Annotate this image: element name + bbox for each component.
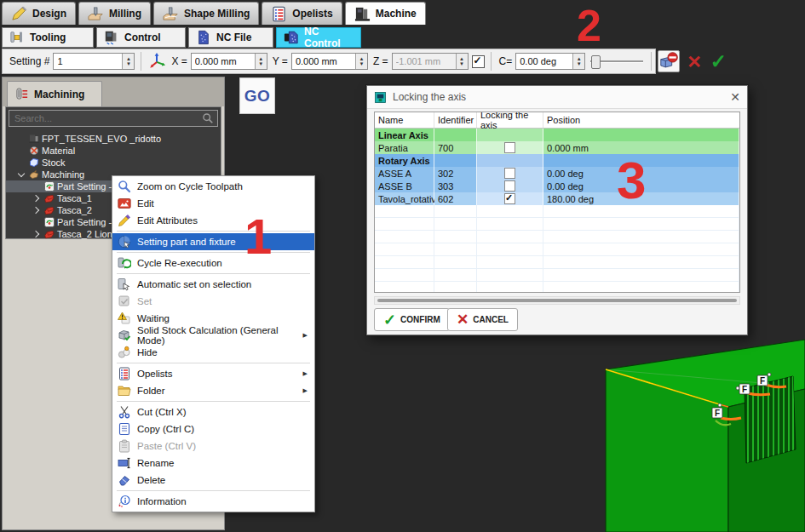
reject-button[interactable]: ✕ [687,53,702,71]
y-spinner[interactable]: ▲▼ [291,53,368,70]
menu-item-delete[interactable]: Delete [112,472,314,489]
menu-item-label: Cycle Re-execution [137,258,222,268]
tree-item-fpt-tessen-evo-ridotto[interactable]: FPT_TESSEN_EVO _ridotto [6,133,221,145]
y-input[interactable] [292,54,355,69]
tab-label: Milling [109,8,141,20]
z-lock-checkbox[interactable] [472,55,485,68]
menu-item-edit-attributes[interactable]: Edit Attributes [112,212,314,229]
menu-item-label: Information [137,496,187,506]
toolbar-separator [491,52,492,71]
tab-label: Design [32,8,66,20]
tab-design[interactable]: Design [2,2,76,25]
tree-item-stock[interactable]: Stock [6,157,221,169]
solid-stock-icon [118,329,131,342]
tab-shape-milling[interactable]: Shape Milling [153,2,259,25]
tab-nc-file[interactable]: NC File [188,27,273,48]
menu-item-setting-part-and-fixture[interactable]: Setting part and fixture [112,233,314,250]
tab-opelists[interactable]: Opelists [262,2,342,25]
3d-viewport[interactable]: F F F [595,337,805,532]
tab-nc-control[interactable]: NC Control [276,27,361,48]
toolbar-separator [141,52,141,71]
spinner-arrows-icon[interactable]: ▲▼ [572,54,584,69]
c-input[interactable] [516,54,572,69]
tab-control[interactable]: Control [96,27,186,48]
axis-name-cell: Tavola_rotativa [375,192,434,205]
column-header-name[interactable]: Name [375,112,434,128]
column-header-locking[interactable]: Locking the axis [477,112,543,128]
menu-item-cycle-re-execution[interactable]: Cycle Re-execution [112,255,314,272]
menu-item-information[interactable]: Information [112,493,314,510]
tab-machine[interactable]: Machine [345,2,426,25]
menu-item-edit[interactable]: Edit [112,195,314,212]
slider-thumb[interactable] [591,55,601,69]
dialog-titlebar[interactable]: Locking the axis ✕ [367,86,747,109]
spinner-arrows-icon[interactable]: ▲▼ [355,54,367,69]
lock-checkbox[interactable] [504,180,515,192]
z-label: Z = [373,55,388,67]
menu-item-opelists[interactable]: Opelists▶ [112,365,314,382]
delete-icon [118,473,131,487]
c-axis-slider[interactable] [589,54,645,69]
setting-number-input[interactable] [54,54,122,69]
chevron-right-icon[interactable] [32,229,42,239]
confirm-button[interactable]: ✓ CONFIRM [374,308,450,331]
column-header-position[interactable]: Position [543,112,739,128]
x-spinner[interactable]: ▲▼ [191,53,267,70]
axis-identifier-cell: 602 [434,192,477,205]
x-label: X = [171,55,187,67]
opelists-icon [271,6,287,22]
menu-item-solid-stock-calculation-general-mode[interactable]: Solid Stock Calculation (General Mode)▶ [112,327,314,344]
axis-row-tavola-rotativa[interactable]: Tavola_rotativa602180.00 deg [375,192,739,205]
table-hscrollbar[interactable] [374,296,740,305]
axis-row-asse-a[interactable]: ASSE A3020.00 deg [375,167,739,180]
chevron-right-icon[interactable] [32,205,42,215]
r-shape-icon [163,6,179,22]
accept-button[interactable]: ✓ [710,52,727,72]
spinner-arrows-icon[interactable]: ▲▼ [122,54,134,69]
tab-label: Opelists [292,8,332,20]
menu-item-folder[interactable]: Folder▶ [112,382,314,399]
lock-checkbox[interactable] [504,142,515,153]
tab-tooling[interactable]: Tooling [2,27,94,48]
chevron-down-icon[interactable] [16,169,26,180]
z-input [393,54,456,69]
menu-separator [117,252,310,253]
axis-row-linear-axis[interactable]: Linear Axis [375,129,739,141]
cancel-button[interactable]: ✕ CANCEL [447,308,518,331]
dialog-close-button[interactable]: ✕ [730,90,740,104]
axis-lock-cell [477,129,543,141]
axis-row-empty [375,218,739,231]
menu-item-waiting[interactable]: Waiting [112,310,314,327]
search-icon [202,112,214,124]
lock-checkbox[interactable] [504,168,515,179]
axis-row-asse-b[interactable]: ASSE B3030.00 deg [375,180,739,192]
menu-item-rename[interactable]: Rename [112,455,314,472]
spinner-arrows-icon[interactable]: ▲▼ [255,54,267,69]
lock-axis-button[interactable] [658,50,680,72]
tree-item-label: Material [42,146,75,156]
tab-milling[interactable]: Milling [78,2,151,25]
t-material-icon [29,146,39,156]
search-box[interactable] [9,110,218,127]
setting-number-spinner[interactable]: ▲▼ [53,53,135,70]
search-input[interactable] [13,112,202,124]
scrollbar-thumb[interactable] [377,299,737,302]
x-input[interactable] [192,54,255,69]
svg-text:F: F [715,409,720,418]
c-spinner[interactable]: ▲▼ [515,53,585,70]
column-header-identifier[interactable]: Identifier [434,112,477,128]
chevron-right-icon[interactable] [32,193,42,203]
chevron-slot [32,217,42,227]
tab-machining[interactable]: Machining [7,81,102,106]
lock-axis-icon [658,51,679,72]
tree-item-material[interactable]: Material [6,145,221,157]
menu-item-zoom-on-cycle-toolpath[interactable]: Zoom on Cycle Toolpath [112,178,314,195]
menu-item-automatic-set-on-selection[interactable]: Automatic set on selection [112,276,314,293]
go-button[interactable]: GO [239,77,275,114]
axis-row-paratia[interactable]: Paratia7000.000 mm [375,141,739,154]
axis-row-rotary-axis[interactable]: Rotary Axis [375,154,739,167]
lock-checkbox[interactable] [504,193,515,204]
menu-item-copy-ctrl-c[interactable]: Copy (Ctrl C) [112,420,314,438]
menu-item-cut-ctrl-x[interactable]: Cut (Ctrl X) [112,403,314,420]
menu-item-hide[interactable]: Hide [112,344,314,361]
